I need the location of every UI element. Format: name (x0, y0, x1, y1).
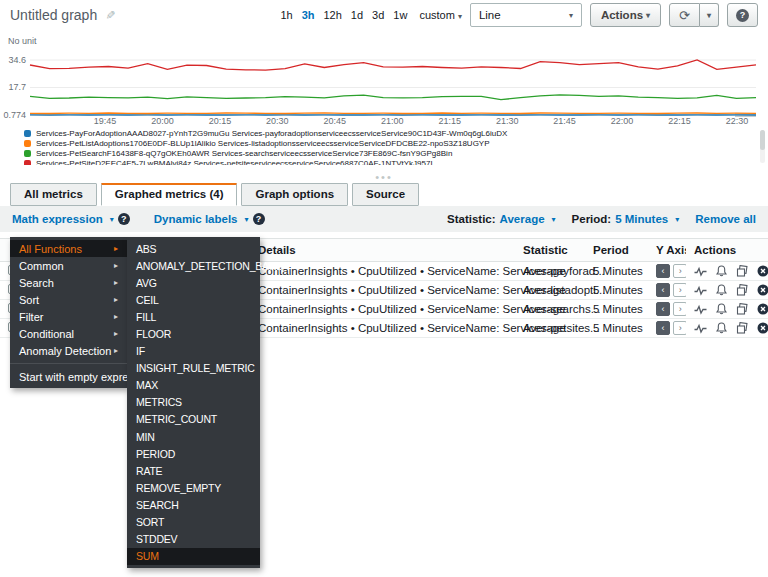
period-select[interactable]: 5 Minutes (615, 213, 668, 225)
time-range-custom[interactable]: custom▾ (419, 9, 461, 21)
submenu-item-fill[interactable]: FILL (127, 308, 260, 325)
y-axis-left-button[interactable]: ‹ (656, 302, 670, 316)
time-range-1w[interactable]: 1w (393, 9, 407, 21)
submenu-item-insight_rule_metric[interactable]: INSIGHT_RULE_METRIC (127, 360, 260, 377)
remove-metric-icon[interactable] (757, 284, 768, 296)
duplicate-icon[interactable] (736, 265, 748, 277)
submenu-item-period[interactable]: PERIOD (127, 445, 260, 462)
submenu-item-max[interactable]: MAX (127, 377, 260, 394)
remove-metric-icon[interactable] (757, 265, 768, 277)
period-label: Period: (572, 213, 612, 225)
refresh-options-button[interactable]: ▾ (700, 3, 719, 27)
legend-item-1[interactable]: Services-PetListAdoptions1706E0DF-BLUp1l… (24, 138, 744, 148)
remove-metric-icon[interactable] (757, 303, 768, 315)
y-axis-right-button[interactable]: › (673, 283, 686, 297)
submenu-item-sum[interactable]: SUM (127, 548, 260, 565)
submenu-item-anomaly_detection_band[interactable]: ANOMALY_DETECTION_BAND (127, 257, 260, 274)
legend-color-chip (24, 160, 31, 166)
menu-item-common[interactable]: Common▸ (10, 257, 127, 274)
menu-item-sort[interactable]: Sort▸ (10, 291, 127, 308)
help-button[interactable]: ? (727, 3, 758, 27)
graph-metric-icon[interactable] (694, 323, 707, 334)
row-statistic: Average (515, 284, 585, 296)
actions-button[interactable]: Actions▾ (590, 3, 661, 27)
edit-title-icon[interactable]: ✎ (103, 10, 117, 20)
tab-graph-options[interactable]: Graph options (241, 183, 348, 206)
submenu-item-ceil[interactable]: CEIL (127, 291, 260, 308)
menu-item-anomaly-detection[interactable]: Anomaly Detection▸ (10, 342, 127, 359)
y-axis-right-button[interactable]: › (673, 321, 686, 335)
y-axis-right-button[interactable]: › (673, 264, 686, 278)
legend-item-2[interactable]: Services-PetSearchF16438F8-qQ7gOKEh0AWR … (24, 148, 744, 158)
row-statistic: Average (515, 322, 585, 334)
duplicate-icon[interactable] (736, 284, 748, 296)
header-y-axis: Y Axis (648, 244, 686, 256)
dynamic-labels-dropdown[interactable]: Dynamic labels (154, 213, 238, 225)
submenu-arrow-icon: ▸ (114, 346, 118, 355)
submenu-item-abs[interactable]: ABS (127, 240, 260, 257)
submenu-item-remove_empty[interactable]: REMOVE_EMPTY (127, 479, 260, 496)
duplicate-icon[interactable] (736, 303, 748, 315)
series-line-1[interactable] (30, 113, 756, 114)
submenu-item-stddev[interactable]: STDDEV (127, 531, 260, 548)
menu-item-start-with-empty-expression[interactable]: Start with empty expression (10, 368, 127, 385)
menu-item-all-functions[interactable]: All Functions▸ (10, 240, 127, 257)
math-expression-help-icon[interactable]: ? (118, 213, 130, 225)
duplicate-icon[interactable] (736, 322, 748, 334)
menu-item-label: Search (19, 277, 54, 289)
refresh-button[interactable]: ⟳ (669, 3, 700, 27)
y-axis-unit-label: No unit (8, 36, 37, 46)
submenu-item-sort[interactable]: SORT (127, 514, 260, 531)
y-axis-left-button[interactable]: ‹ (656, 264, 670, 278)
submenu-item-avg[interactable]: AVG (127, 274, 260, 291)
row-details: ContainerInsights • CpuUtilized • Servic… (250, 265, 515, 277)
caret-down-icon: ▾ (110, 215, 114, 224)
remove-metric-icon[interactable] (757, 322, 768, 334)
y-axis-left-button[interactable]: ‹ (656, 283, 670, 297)
y-axis-right-button[interactable]: › (673, 302, 686, 316)
legend-scrollbar[interactable] (760, 130, 765, 163)
submenu-item-search[interactable]: SEARCH (127, 496, 260, 513)
remove-all-button[interactable]: Remove all (695, 213, 756, 225)
y-axis-left-button[interactable]: ‹ (656, 321, 670, 335)
tab-graphed-metrics-4[interactable]: Graphed metrics (4) (101, 183, 238, 206)
legend-item-3[interactable]: Services-PetSiteD2EEC4E5-7LwBMAlvj84z Se… (24, 158, 744, 165)
time-range-12h[interactable]: 12h (323, 9, 341, 21)
create-alarm-icon[interactable] (716, 284, 727, 296)
statistic-select[interactable]: Average (500, 213, 545, 225)
row-period: 5 Minutes (585, 265, 648, 277)
submenu-item-if[interactable]: IF (127, 343, 260, 360)
help-icon: ? (736, 9, 749, 22)
menu-item-conditional[interactable]: Conditional▸ (10, 325, 127, 342)
submenu-item-min[interactable]: MIN (127, 428, 260, 445)
header-details: Details (250, 244, 515, 256)
y-tick-label: 34.6 (8, 55, 26, 65)
metrics-chart[interactable]: 34.617.70.774No unit19:4520:0020:1520:30… (0, 34, 768, 128)
graph-metric-icon[interactable] (694, 266, 707, 277)
dynamic-labels-help-icon[interactable]: ? (253, 213, 265, 225)
header-statistic: Statistic (515, 244, 585, 256)
create-alarm-icon[interactable] (716, 322, 727, 334)
series-line-3[interactable] (30, 60, 756, 70)
chart-type-select[interactable]: Line ▾ (470, 3, 582, 27)
time-range-1d[interactable]: 1d (351, 9, 363, 21)
series-line-2[interactable] (30, 95, 756, 100)
time-range-1h[interactable]: 1h (280, 9, 292, 21)
tab-source[interactable]: Source (352, 183, 419, 206)
graph-metric-icon[interactable] (694, 304, 707, 315)
create-alarm-icon[interactable] (716, 303, 727, 315)
submenu-item-metrics[interactable]: METRICS (127, 394, 260, 411)
graph-metric-icon[interactable] (694, 285, 707, 296)
menu-item-search[interactable]: Search▸ (10, 274, 127, 291)
time-range-3h[interactable]: 3h (302, 9, 315, 21)
submenu-item-rate[interactable]: RATE (127, 462, 260, 479)
math-expression-dropdown[interactable]: Math expression (12, 213, 103, 225)
tab-all-metrics[interactable]: All metrics (10, 183, 97, 206)
legend-item-0[interactable]: Services-PayForAdoptionAAAD8027-pYnhT2G9… (24, 128, 744, 138)
submenu-item-floor[interactable]: FLOOR (127, 325, 260, 342)
menu-item-filter[interactable]: Filter▸ (10, 308, 127, 325)
panel-resize-handle[interactable]: ••• (0, 172, 768, 182)
create-alarm-icon[interactable] (716, 265, 727, 277)
time-range-3d[interactable]: 3d (372, 9, 384, 21)
submenu-item-metric_count[interactable]: METRIC_COUNT (127, 411, 260, 428)
